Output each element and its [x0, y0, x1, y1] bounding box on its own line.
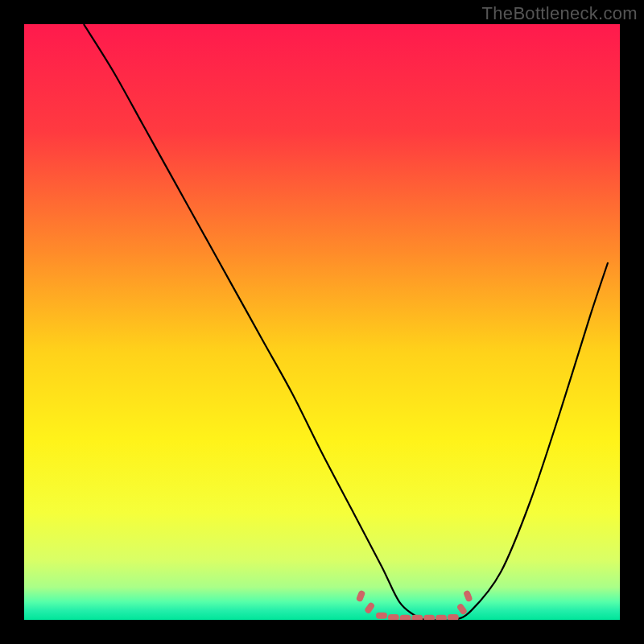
bottleneck-curve [24, 24, 620, 620]
watermark-text: TheBottleneck.com [482, 3, 638, 24]
plateau-marker [376, 613, 387, 619]
plateau-marker [388, 614, 399, 620]
plateau-marker [436, 615, 447, 620]
plateau-marker [423, 615, 435, 620]
plateau-marker [456, 603, 469, 616]
curve-line [84, 24, 608, 620]
plateau-marker [400, 615, 411, 620]
chart-frame: TheBottleneck.com [0, 0, 644, 644]
plot-area [24, 24, 620, 620]
plateau-marker [448, 614, 459, 620]
plateau-marker [463, 589, 473, 602]
plateau-marker [356, 589, 366, 602]
plateau-marker [364, 601, 376, 614]
plateau-marker [411, 615, 423, 620]
optimal-range-markers [356, 589, 473, 620]
